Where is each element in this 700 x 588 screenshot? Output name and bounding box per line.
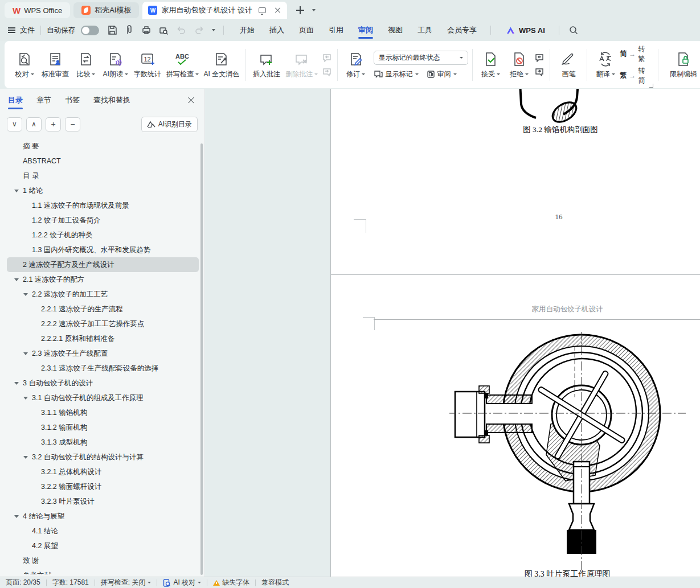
tab-document[interactable]: W 家用自动包饺子机设计 设计 [142, 2, 287, 19]
sidebar-scrollbar[interactable] [200, 143, 203, 575]
menu-tab-0[interactable]: 开始 [240, 20, 255, 40]
menu-tab-5[interactable]: 视图 [388, 20, 403, 40]
toc-item[interactable]: 1.1 速冻饺子的市场现状及前景 [7, 198, 199, 213]
to-traditional-button[interactable]: 简→ 转繁 [620, 44, 649, 64]
menu-tab-4[interactable]: 审阅 [358, 20, 373, 40]
to-simplified-button[interactable]: 繁→ 转简 [620, 66, 649, 85]
toc-item[interactable]: 致 谢 [7, 553, 199, 568]
desktop-view-icon[interactable] [259, 7, 266, 13]
toc-item[interactable]: 4 结论与展望 [7, 509, 199, 524]
save-icon[interactable] [107, 25, 117, 35]
new-tab-icon[interactable] [296, 6, 304, 14]
reviewers-button[interactable]: 审阅 [427, 69, 457, 79]
toc-item[interactable]: 3.2.2 输面螺杆设计 [7, 479, 199, 494]
toc-item[interactable]: 2.3 速冻饺子生产线配置 [7, 346, 199, 361]
menu-tab-6[interactable]: 工具 [417, 20, 432, 40]
sidebar-tab-2[interactable]: 书签 [65, 89, 80, 112]
translate-button[interactable]: 翻译 [591, 45, 620, 85]
toc-item[interactable]: 2.2 速冻饺子的加工工艺 [7, 287, 199, 302]
sidebar-tab-3[interactable]: 查找和替换 [93, 89, 130, 112]
toc-item[interactable]: 1 绪论 [7, 183, 199, 198]
toc-item[interactable]: 目 录 [7, 168, 199, 183]
previous-comment-icon[interactable] [322, 54, 332, 62]
page-indicator[interactable]: 页面: 20/35 [6, 578, 40, 587]
collapse-arrow-icon[interactable] [23, 293, 28, 296]
quick-access-chevron-icon[interactable] [212, 29, 215, 31]
ai-polish-button[interactable]: AI 全文润色 [201, 45, 241, 85]
sidebar-close-icon[interactable] [187, 96, 195, 104]
toc-item[interactable]: 1.2.2 饺子机的种类 [7, 228, 199, 242]
markup-state-dropdown[interactable]: 显示标记的最终状态 [374, 51, 468, 65]
toc-item[interactable]: 1.2 饺子加工设备简介 [7, 213, 199, 228]
show-markup-button[interactable]: 显示标记 [374, 69, 419, 79]
tab-wps-home[interactable]: W WPS Office [5, 2, 70, 18]
toc-item[interactable]: 3.1.2 输面机构 [7, 420, 199, 435]
toc-item[interactable]: 3.2.1 总体机构设计 [7, 464, 199, 479]
menu-tab-3[interactable]: 引用 [329, 20, 343, 40]
toc-item[interactable]: 3.2 自动包饺子机的结构设计与计算 [7, 450, 199, 464]
track-changes-button[interactable]: 修订 [342, 45, 370, 85]
convert-group-expand-icon[interactable] [650, 84, 654, 88]
document-page-17[interactable]: 家用自动包饺子机设计 [330, 274, 700, 577]
collapse-arrow-icon[interactable] [14, 382, 19, 385]
proofread-button[interactable]: 校对 [10, 45, 39, 85]
close-tab-icon[interactable] [275, 7, 281, 14]
collapse-arrow-icon[interactable] [14, 190, 19, 192]
sidebar-tab-0[interactable]: 目录 [8, 89, 23, 112]
collapse-arrow-icon[interactable] [23, 352, 28, 355]
file-menu[interactable]: 文件 [20, 25, 35, 35]
expand-all-button[interactable]: ∧ [26, 117, 42, 131]
ink-brush-button[interactable]: 画笔 [554, 45, 583, 85]
menu-tab-2[interactable]: 页面 [299, 20, 314, 40]
spell-check-button[interactable]: ABC 拼写检查 [164, 45, 202, 85]
restrict-editing-button[interactable]: 限制编辑 [667, 45, 700, 85]
toc-item[interactable]: 3.2.3 叶片泵设计 [7, 494, 199, 509]
search-icon[interactable] [568, 25, 579, 35]
toc-item[interactable]: 4.2 展望 [7, 538, 199, 553]
spellcheck-status[interactable]: 拼写检查: 关闭 [101, 578, 152, 587]
toc-item[interactable]: 2.2.2 速冻饺子加工工艺操作要点 [7, 316, 199, 331]
toc-item[interactable]: 3.1.1 输馅机构 [7, 405, 199, 420]
autosave-toggle[interactable] [81, 26, 99, 35]
toc-item[interactable]: 4.1 结论 [7, 524, 199, 538]
reject-change-button[interactable]: 拒绝 [505, 45, 533, 85]
collapse-arrow-icon[interactable] [23, 456, 28, 459]
collapse-arrow-icon[interactable] [14, 278, 19, 281]
compatibility-mode-indicator[interactable]: 兼容模式 [261, 578, 289, 587]
zoom-in-button[interactable]: + [46, 117, 61, 131]
missing-font-warning[interactable]: 缺失字体 [213, 578, 249, 587]
toc-item[interactable]: 2.3.1 速冻饺子生产线配套设备的选择 [7, 361, 199, 376]
document-canvas[interactable]: 图 3.2 输馅机构剖面图 16 家用自动包饺子机设计 [206, 89, 700, 577]
print-icon[interactable] [141, 25, 152, 35]
toc-item[interactable]: 3 自动包饺子机的设计 [7, 376, 199, 390]
collapse-arrow-icon[interactable] [14, 515, 19, 518]
next-comment-icon[interactable] [322, 68, 332, 76]
menu-tab-1[interactable]: 插入 [269, 20, 284, 40]
collapse-arrow-icon[interactable] [23, 397, 28, 400]
compare-button[interactable]: 比较 [72, 45, 100, 85]
undo-icon[interactable] [175, 25, 187, 35]
accept-change-button[interactable]: 接受 [476, 45, 505, 85]
collapse-all-button[interactable]: ∨ [7, 117, 22, 131]
toc-item[interactable]: 摘 要 [7, 139, 199, 154]
word-count-button[interactable]: 12 字数统计 [131, 45, 164, 85]
export-pdf-icon[interactable] [124, 25, 134, 35]
redo-icon[interactable] [194, 25, 205, 35]
delete-comment-button[interactable]: 删除批注 [283, 45, 321, 85]
toc-item[interactable]: 1.3 国内外研究概况、水平和发展趋势 [7, 242, 199, 257]
wps-ai-menu[interactable]: WPS AI [506, 26, 545, 35]
sidebar-tab-1[interactable]: 章节 [36, 89, 51, 112]
zoom-out-button[interactable]: − [65, 117, 80, 131]
standard-review-button[interactable]: 标准审查 [39, 45, 72, 85]
ai-recognize-toc-button[interactable]: AI识别目录 [141, 117, 198, 132]
toc-item[interactable]: 2.2.2.1 原料和辅料准备 [7, 331, 199, 346]
ai-read-aloud-button[interactable]: AI朗读 [100, 45, 131, 85]
toc-item[interactable]: 2.1 速冻饺子的配方 [7, 272, 199, 287]
toc-item[interactable]: 2.2.1 速冻饺子的生产流程 [7, 302, 199, 316]
next-change-icon[interactable] [534, 68, 545, 76]
toc-item[interactable]: 3.1 自动包饺子机的组成及工作原理 [7, 390, 199, 405]
word-count-indicator[interactable]: 字数: 17581 [52, 578, 89, 587]
tab-list-chevron-icon[interactable] [312, 9, 316, 11]
ai-proofread-status[interactable]: AI 校对 [163, 578, 201, 587]
insert-comment-button[interactable]: 插入批注 [250, 45, 283, 85]
